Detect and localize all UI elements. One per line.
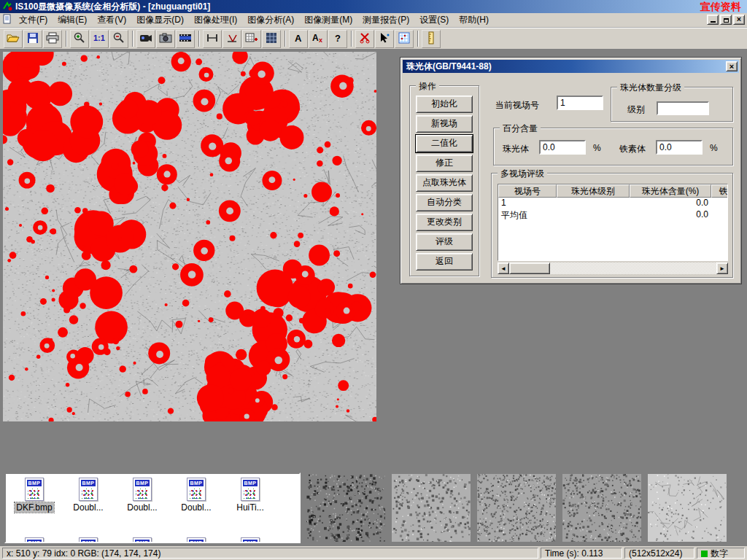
scroll-right-icon[interactable]: ►: [716, 262, 728, 274]
zoom-out-icon: [113, 32, 125, 46]
bmp-file-icon: BMP: [187, 478, 206, 501]
file-item-0[interactable]: BMPDKF.bmp: [7, 478, 61, 513]
pearlite-percent-input[interactable]: [539, 140, 586, 155]
toolbar-font-a-button[interactable]: A: [289, 30, 308, 48]
op-button-correct[interactable]: 修正: [416, 155, 473, 172]
file-item-4[interactable]: BMPHuiTi...: [223, 478, 277, 513]
ferrite-percent-input[interactable]: [656, 140, 703, 155]
op-button-auto-classify[interactable]: 自动分类: [416, 194, 473, 211]
toolbar-help-button[interactable]: ?: [328, 30, 347, 48]
font-a-icon: A: [293, 32, 303, 46]
scroll-left-icon[interactable]: ◄: [498, 262, 509, 274]
toolbar-angle-button[interactable]: [222, 30, 241, 48]
status-mode: 数字: [697, 548, 745, 559]
grade-field-label: 级别: [627, 104, 645, 116]
current-field-input[interactable]: [557, 96, 603, 110]
op-button-pick-pearlite[interactable]: 点取珠光体: [416, 174, 473, 192]
toolbar-caliper-button[interactable]: [203, 30, 222, 48]
file-label: HuiTi...: [235, 502, 266, 513]
menu-item-8[interactable]: 设置(S): [414, 12, 454, 28]
file-item-row2-2[interactable]: BMP: [115, 537, 169, 543]
op-button-grade[interactable]: 评级: [416, 233, 473, 251]
menu-item-7[interactable]: 测量报告(P): [357, 12, 414, 28]
table-cell: 1: [498, 198, 557, 209]
file-item-row2-3[interactable]: BMP: [169, 537, 223, 543]
op-button-change-class[interactable]: 更改类别: [416, 214, 473, 231]
file-item-2[interactable]: BMPDoubl...: [115, 478, 169, 513]
thumbnail-4[interactable]: [562, 474, 641, 542]
table-header-2[interactable]: 珠光体含量(%): [630, 184, 711, 198]
toolbar-video-button[interactable]: [136, 30, 155, 48]
toolbar-zoom-out-button[interactable]: [109, 30, 128, 48]
menu-item-5[interactable]: 图像分析(A): [242, 12, 299, 28]
table-header-1[interactable]: 珠光体级别: [557, 184, 630, 198]
operations-group-label: 操作: [416, 80, 439, 93]
toolbar-actual-size-button[interactable]: 1:1: [90, 30, 109, 48]
scrollbar-thumb[interactable]: [509, 262, 550, 274]
mdi-close-button[interactable]: ×: [733, 15, 745, 25]
toolbar-camera-button[interactable]: [156, 30, 175, 48]
table-header-3[interactable]: 铁素体含量(%): [711, 184, 728, 198]
toolbar-separator: [285, 31, 286, 47]
mdi-minimize-button[interactable]: [707, 15, 719, 25]
table-cell: [711, 198, 728, 209]
file-item-1[interactable]: BMPDoubl...: [61, 478, 115, 513]
thumbnail-2[interactable]: [392, 474, 471, 542]
toolbar-font-ax-button[interactable]: Ax: [309, 30, 328, 48]
toolbar: 1:1AAx?: [0, 28, 747, 49]
op-button-binarize[interactable]: 二值化: [416, 135, 473, 152]
op-button-new-field[interactable]: 新视场: [416, 115, 473, 133]
menu-item-2[interactable]: 查看(V): [92, 12, 131, 28]
file-label: Doubl...: [179, 502, 212, 513]
file-item-row2-4[interactable]: BMP: [223, 537, 277, 543]
toolbar-film-button[interactable]: [176, 30, 195, 48]
chart-icon: [398, 32, 410, 46]
file-item-3[interactable]: BMPDoubl...: [169, 478, 223, 513]
thumbnail-5[interactable]: [648, 474, 727, 542]
table-hscrollbar[interactable]: ◄ ►: [498, 262, 728, 274]
toolbar-grid-dark-button[interactable]: [262, 30, 281, 48]
op-button-initialize[interactable]: 初始化: [416, 96, 473, 113]
file-label: DKF.bmp: [15, 502, 53, 513]
toolbar-open-button[interactable]: [4, 30, 23, 48]
menu-item-3[interactable]: 图像显示(D): [131, 12, 189, 28]
toolbar-save-button[interactable]: [23, 30, 42, 48]
table-row[interactable]: 10.0: [498, 198, 727, 209]
mdi-document-icon[interactable]: [2, 14, 12, 26]
toolbar-picker-button[interactable]: [375, 30, 394, 48]
toolbar-separator: [417, 31, 419, 47]
grade-input[interactable]: [657, 101, 709, 115]
toolbar-chart-button[interactable]: [395, 30, 414, 48]
toolbar-print-button[interactable]: [43, 30, 62, 48]
menu-item-9[interactable]: 帮助(H): [454, 12, 494, 28]
file-preview-dots: [136, 489, 149, 499]
toolbar-table-add-button[interactable]: [242, 30, 261, 48]
dialog-close-icon[interactable]: ×: [726, 61, 738, 71]
mdi-restore-button[interactable]: [720, 15, 732, 25]
menu-item-0[interactable]: 文件(F): [14, 12, 53, 28]
table-row[interactable]: 平均值0.0: [498, 209, 727, 221]
thumbnail-3[interactable]: [477, 474, 556, 542]
pearlite-label: 珠光体: [503, 143, 529, 155]
scrollbar-track[interactable]: [550, 262, 716, 274]
status-bar: x: 510 y: 79 idx: 0 RGB: (174, 174, 174)…: [0, 546, 747, 560]
svg-text:1:1: 1:1: [93, 34, 105, 42]
menu-item-6[interactable]: 图像测量(M): [299, 12, 357, 28]
micrograph-image[interactable]: [3, 52, 376, 421]
toolbar-zoom-in-button[interactable]: [70, 30, 89, 48]
print-icon: [46, 32, 59, 46]
toolbar-cut-button[interactable]: [355, 30, 374, 48]
menu-item-4[interactable]: 图像处理(I): [189, 12, 242, 28]
file-browser-panel: BMPDKF.bmpBMPDoubl...BMPDoubl...BMPDoubl…: [4, 472, 301, 543]
file-item-row2-1[interactable]: BMP: [61, 537, 115, 543]
dialog-title-bar[interactable]: 珠光体(GB/T9441-88) ×: [403, 60, 739, 73]
window-title: IS100显微摄像系统(金相分析版) - [zhuguangti01]: [15, 1, 210, 13]
thumbnail-1[interactable]: [306, 474, 385, 542]
film-icon: [179, 32, 192, 46]
file-type-badge: BMP: [135, 480, 150, 486]
table-header-0[interactable]: 视场号: [498, 184, 557, 198]
menu-item-1[interactable]: 编辑(E): [53, 12, 92, 28]
file-item-row2-0[interactable]: BMP: [7, 537, 61, 543]
op-button-return[interactable]: 返回: [416, 253, 473, 271]
toolbar-ruler-vertical-button[interactable]: [422, 30, 441, 48]
